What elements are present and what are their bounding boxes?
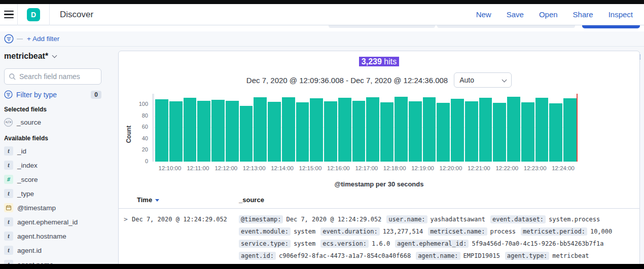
available-fields-list: t_idt_index#_scoret_type@timestamptagent… xyxy=(4,144,114,269)
open-button[interactable]: Open xyxy=(539,10,558,19)
filter-icon[interactable] xyxy=(4,34,14,44)
filter-bar: + Add filter xyxy=(0,31,644,47)
histogram-bar[interactable] xyxy=(254,97,267,162)
field-value: metricbeat xyxy=(552,252,589,259)
string-field-type-icon: t xyxy=(4,217,13,226)
fields-sidebar: metricbeat* Filter by type 0 Selected fi… xyxy=(0,47,118,269)
save-button[interactable]: Save xyxy=(507,10,524,19)
search-icon xyxy=(9,73,16,81)
histogram-bar[interactable] xyxy=(310,98,323,162)
field-value: Dec 7, 2020 @ 12:24:29.052 xyxy=(286,216,381,223)
histogram-bar[interactable] xyxy=(352,101,366,162)
field-value: EMPID19015 xyxy=(463,252,500,259)
date-field-type-icon xyxy=(4,203,13,212)
window-chrome-bottom xyxy=(0,264,644,269)
field-item-agent.hostname[interactable]: tagent.hostname xyxy=(4,229,111,243)
filter-icon xyxy=(4,90,13,99)
hits-label: hits xyxy=(384,57,397,66)
header-divider xyxy=(17,4,18,25)
field-name: _index xyxy=(17,162,38,169)
histogram-bar[interactable] xyxy=(535,98,549,162)
search-field-names-input[interactable] xyxy=(19,72,90,81)
menu-icon[interactable] xyxy=(0,4,17,25)
histogram-bar[interactable] xyxy=(451,99,464,162)
histogram-bar[interactable] xyxy=(268,102,281,162)
field-name: @timestamp xyxy=(17,204,56,212)
field-item-_id[interactable]: t_id xyxy=(4,144,111,158)
index-pattern-selector[interactable]: metricbeat* xyxy=(4,52,56,61)
field-key-badge: ecs.version: xyxy=(320,240,369,248)
y-tick-label: 20 xyxy=(142,146,148,152)
field-key-badge: @timestamp: xyxy=(239,215,283,223)
interval-select[interactable]: Auto xyxy=(454,72,512,88)
histogram-bar[interactable] xyxy=(282,97,295,162)
x-tick-label: 12:24:00 xyxy=(546,165,581,171)
field-value: system.process xyxy=(549,216,600,223)
histogram-bar[interactable] xyxy=(395,97,408,162)
field-value: c906ef92-8fac-4473-a1a7-854c0a40f668 xyxy=(279,252,411,259)
histogram-bar[interactable] xyxy=(465,101,478,162)
update-button[interactable] xyxy=(582,25,640,28)
field-key-badge: event.dataset: xyxy=(490,215,546,223)
timepicker-start[interactable] xyxy=(329,25,435,28)
histogram-bar[interactable] xyxy=(493,103,506,162)
field-key-badge: agent.type: xyxy=(505,252,549,260)
histogram-bar[interactable] xyxy=(324,101,337,162)
y-tick-label: 0 xyxy=(145,158,148,164)
new-button[interactable]: New xyxy=(476,10,491,19)
histogram-bar[interactable] xyxy=(226,101,239,162)
expand-row-icon[interactable]: > xyxy=(119,213,132,269)
discover-app-icon[interactable]: D xyxy=(27,8,40,21)
source-line: agent.id:c906ef92-8fac-4473-a1a7-854c0a4… xyxy=(239,250,594,262)
string-field-type-icon: t xyxy=(4,146,13,156)
histogram-bar[interactable] xyxy=(521,102,534,162)
field-key-badge: event.module: xyxy=(239,227,291,236)
source-cell: @timestamp:Dec 7, 2020 @ 12:24:29.052use… xyxy=(239,213,594,269)
time-column-header[interactable]: Time xyxy=(137,196,239,204)
field-item-_type[interactable]: t_type xyxy=(4,186,111,201)
filter-by-type[interactable]: Filter by type 0 xyxy=(4,90,101,99)
histogram-bar[interactable] xyxy=(184,98,197,162)
field-item-agent.id[interactable]: tagent.id xyxy=(4,243,111,257)
histogram-bar[interactable] xyxy=(423,97,436,162)
histogram-bar[interactable] xyxy=(409,101,422,162)
histogram-bar[interactable] xyxy=(155,99,168,162)
table-header: Time _source xyxy=(119,196,639,209)
histogram-bar[interactable] xyxy=(549,103,562,162)
string-field-type-icon: t xyxy=(4,246,13,255)
timepicker-end[interactable] xyxy=(437,25,575,28)
query-input[interactable] xyxy=(4,25,325,28)
histogram-bar[interactable] xyxy=(507,97,520,162)
field-item-_index[interactable]: t_index xyxy=(4,158,111,172)
histogram-bar[interactable] xyxy=(169,101,183,162)
field-item-@timestamp[interactable]: @timestamp xyxy=(4,201,111,215)
field-item-agent.ephemeral_id[interactable]: tagent.ephemeral_id xyxy=(4,215,111,229)
histogram-bar[interactable] xyxy=(197,101,210,162)
histogram-bar[interactable] xyxy=(366,97,379,162)
field-value: yashadattsawant xyxy=(431,216,485,223)
documents-table: Time _source > Dec 7, 2020 @ 12:24:29.05… xyxy=(119,196,639,269)
histogram-bar[interactable] xyxy=(380,102,393,162)
histogram-bar[interactable] xyxy=(240,106,253,162)
field-item-_source[interactable]: </> _source xyxy=(4,117,111,128)
share-button[interactable]: Share xyxy=(573,10,593,19)
hits-count: 3,239 xyxy=(362,57,382,66)
histogram-bar[interactable] xyxy=(296,102,309,162)
histogram-bar[interactable] xyxy=(211,100,225,162)
string-field-type-icon: t xyxy=(4,232,13,241)
filter-count-badge: 0 xyxy=(91,91,101,99)
histogram-bar[interactable] xyxy=(479,98,492,162)
time-range-text: Dec 7, 2020 @ 12:09:36.008 - Dec 7, 2020… xyxy=(246,76,448,85)
field-item-_score[interactable]: #_score xyxy=(4,172,111,186)
histogram-bar[interactable] xyxy=(563,98,577,162)
field-search-box xyxy=(4,68,101,85)
field-key-badge: service.type: xyxy=(239,240,291,248)
filter-divider xyxy=(17,39,23,40)
histogram-bar[interactable] xyxy=(338,98,351,162)
inspect-button[interactable]: Inspect xyxy=(609,10,633,19)
field-key-badge: agent.ephemeral_id: xyxy=(395,240,469,248)
add-filter-button[interactable]: + Add filter xyxy=(27,35,59,43)
field-name: _source xyxy=(17,119,41,126)
histogram-bar[interactable] xyxy=(437,103,450,162)
y-tick-label: 100 xyxy=(139,101,148,107)
